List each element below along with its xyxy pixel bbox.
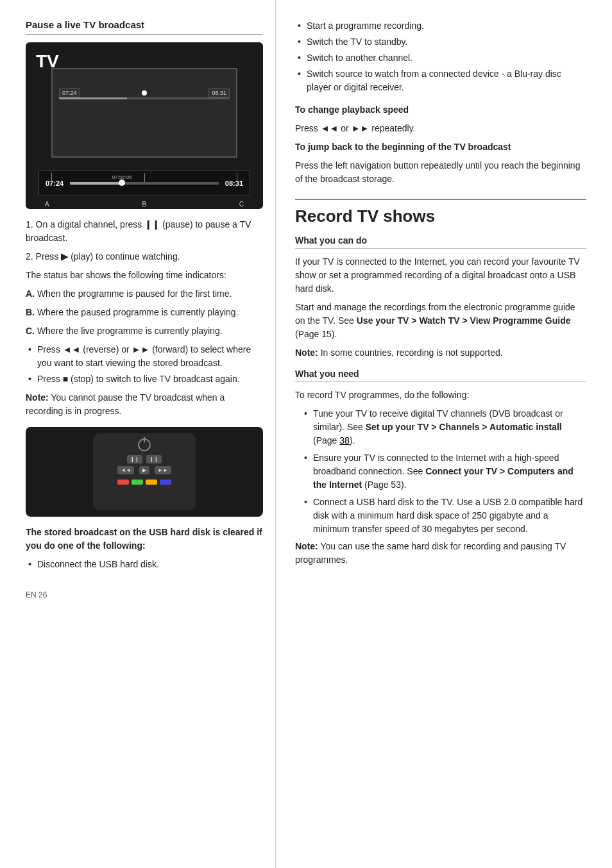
indicator-b: B. Where the paused programme is current… — [26, 306, 262, 319]
jump-back-text: Press the left navigation button repeate… — [295, 159, 586, 186]
what-you-can-do-title: What you can do — [295, 235, 586, 249]
action-bullets: Press ◄◄ (reverse) or ►► (forward) to se… — [26, 343, 262, 386]
status-bar-intro: The status bar shows the following time … — [26, 269, 262, 282]
cleared-bullet-1: Disconnect the USB hard disk. — [26, 558, 262, 571]
tv-label-c: C — [239, 201, 244, 208]
remote-caption: The stored broadcast on the USB hard dis… — [26, 526, 262, 553]
note-2: Note: In some countries, recording is no… — [295, 346, 586, 360]
cleared-bullets: Disconnect the USB hard disk. — [26, 558, 262, 571]
tv-mini-track — [59, 97, 230, 99]
remote-inner: ❙❙ ❙❙ ◄◄ ▶ ►► — [93, 433, 196, 510]
tv-vline-c — [237, 173, 237, 182]
what-you-need-intro: To record TV programmes, do the followin… — [295, 388, 586, 402]
right-bullet-4: Switch source to watch from a connected … — [295, 67, 586, 94]
remote-top-buttons: ❙❙ ❙❙ — [127, 455, 162, 463]
tv-vline-b — [144, 173, 145, 182]
instruction-2: 2. Press ▶ (play) to continue watching. — [26, 250, 262, 263]
tv-progress-bar: 07:55:06 — [70, 182, 219, 185]
tv-vline-a — [51, 173, 52, 182]
tv-label-b: B — [142, 201, 146, 208]
need-bullet-2: Ensure your TV is connected to the Inter… — [302, 451, 586, 492]
need-bullets: Tune your TV to receive digital TV chann… — [302, 407, 586, 536]
tv-time-start-mini: 07:24 — [59, 88, 80, 97]
note-1: Note: You cannot pause the TV broadcast … — [26, 391, 262, 418]
jump-back-label: To jump back to the beginning of the TV … — [295, 140, 586, 154]
tv-vertical-lines — [38, 173, 250, 182]
tv-abc-labels: A B C — [38, 201, 250, 208]
page-number: EN 26 — [26, 590, 262, 599]
remote-blue-btn — [160, 480, 171, 485]
tv-time-end-mini: 08:31 — [208, 88, 230, 97]
what-you-need-title: What you need — [295, 369, 586, 382]
remote-red-btn — [117, 480, 129, 485]
remote-pause-btn2: ❙❙ — [146, 455, 162, 463]
remote-play-btn: ▶ — [139, 466, 149, 474]
right-bullet-3: Switch to another channel. — [295, 51, 586, 65]
remote-nav-buttons: ◄◄ ▶ ►► — [117, 466, 171, 474]
tv-label-a: A — [45, 201, 49, 208]
tv-mini-dot — [142, 90, 147, 96]
remote-power-button — [138, 438, 151, 451]
right-top-bullets: Start a programme recording. Switch the … — [295, 19, 586, 94]
bullet-stop: Press ■ (stop) to switch to live TV broa… — [26, 372, 262, 386]
tv-mini-track-fill — [59, 97, 127, 99]
right-bullet-2: Switch the TV to standby. — [295, 35, 586, 49]
record-para-2: Start and manage the recordings from the… — [295, 301, 586, 341]
bullet-reverse: Press ◄◄ (reverse) or ►► (forward) to se… — [26, 343, 262, 370]
record-section-title: Record TV shows — [295, 199, 586, 226]
playback-speed-text: Press ◄◄ or ►► repeatedly. — [295, 122, 586, 135]
remote-pause-btn: ❙❙ — [127, 455, 142, 463]
remote-yellow-btn — [146, 480, 157, 485]
tv-screen: 07:24 08:31 — [51, 68, 237, 158]
remote-rewind-btn: ◄◄ — [117, 466, 134, 474]
remote-color-buttons — [117, 480, 171, 485]
instruction-1: 1. On a digital channel, press ❙❙ (pause… — [26, 218, 262, 245]
indicator-c: C. Where the live programme is currently… — [26, 324, 262, 338]
right-bullet-1: Start a programme recording. — [295, 19, 586, 33]
need-bullet-1: Tune your TV to receive digital TV chann… — [302, 407, 586, 447]
tv-progress-fill — [70, 182, 122, 185]
remote-green-btn — [132, 480, 143, 485]
note-3: Note: You can use the same hard disk for… — [295, 540, 586, 567]
remote-ffwd-btn: ►► — [155, 466, 171, 474]
tv-broadcast-image: TV 07:24 08:31 07:24 07:55:06 — [26, 42, 263, 209]
indicator-a: A. When the programme is paused for the … — [26, 287, 262, 301]
record-para-1: If your TV is connected to the Internet,… — [295, 255, 586, 296]
need-bullet-3: Connect a USB hard disk to the TV. Use a… — [302, 496, 586, 536]
remote-control-image: ❙❙ ❙❙ ◄◄ ▶ ►► — [26, 427, 263, 517]
left-section-title: Pause a live TV broadcast — [26, 19, 262, 35]
playback-speed-label: To change playback speed — [295, 103, 586, 117]
